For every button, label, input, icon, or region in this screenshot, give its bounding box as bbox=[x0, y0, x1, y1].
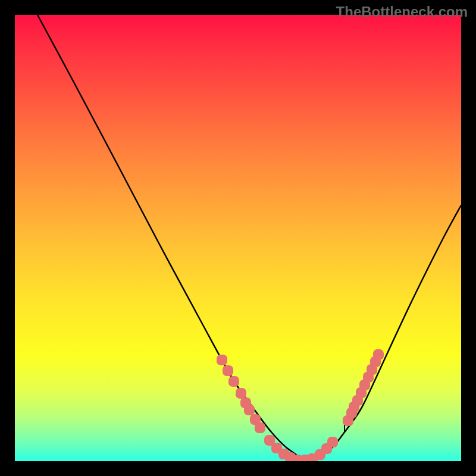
marker-dot bbox=[217, 355, 227, 365]
curve-path bbox=[37, 15, 461, 460]
chart-container: TheBottleneck.com bbox=[0, 0, 476, 476]
chart-svg bbox=[15, 15, 461, 461]
marker-dot bbox=[236, 388, 246, 399]
watermark-text: TheBottleneck.com bbox=[336, 4, 468, 20]
highlight-markers bbox=[217, 349, 384, 461]
marker-dot bbox=[228, 376, 239, 387]
marker-dot bbox=[255, 422, 265, 433]
main-curve bbox=[37, 15, 461, 460]
marker-dot bbox=[327, 437, 338, 447]
plot-area bbox=[15, 15, 461, 461]
marker-dot bbox=[244, 405, 255, 415]
marker-dot bbox=[373, 349, 384, 360]
marker-dot bbox=[223, 365, 233, 376]
